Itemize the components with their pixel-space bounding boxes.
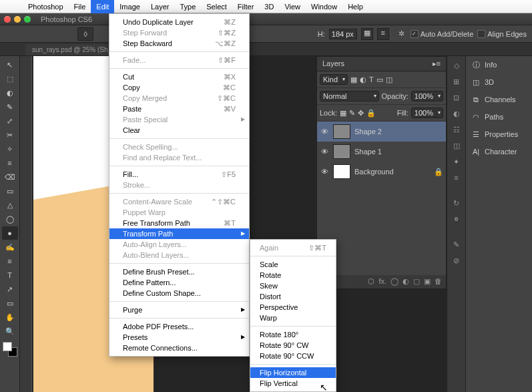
tool-button[interactable]: ≡ (2, 254, 18, 268)
link-layers-icon[interactable]: ⬡ (368, 277, 374, 286)
panel-tab[interactable]: ⧉Channels (466, 91, 532, 108)
tool-button[interactable]: ↖ (2, 58, 18, 71)
mini-panel-icon[interactable]: ⊞ (450, 75, 463, 88)
menu-item[interactable]: Presets (109, 332, 249, 343)
fill-opacity-input[interactable]: 100% (411, 108, 443, 118)
tool-button[interactable]: ◐ (2, 86, 18, 100)
menu-item[interactable]: Transform Path (109, 228, 249, 239)
menu-item[interactable]: Clear (109, 125, 249, 136)
layer-row[interactable]: 👁Shape 1 (317, 142, 446, 162)
submenu-item[interactable]: Rotate (250, 270, 336, 280)
menu-item[interactable]: Fill...⇧F5 (109, 169, 249, 180)
tool-button[interactable]: ▭ (2, 297, 18, 310)
group-icon[interactable]: ▢ (413, 277, 420, 286)
visibility-icon[interactable]: 👁 (320, 168, 329, 176)
filter-shape-icon[interactable]: ▭ (376, 75, 383, 84)
tool-button[interactable]: ≡ (2, 156, 18, 170)
submenu-item[interactable]: Distort (250, 291, 336, 302)
menu-layer[interactable]: Layer (146, 0, 175, 13)
apple-menu[interactable] (5, 0, 16, 13)
mini-panel-icon[interactable]: ⊘ (450, 254, 463, 267)
menu-item[interactable]: Copy⌘C (109, 82, 249, 93)
tool-button[interactable]: ✋ (2, 311, 18, 324)
minimize-window-button[interactable] (14, 16, 21, 23)
tool-button[interactable]: ✧ (2, 142, 18, 156)
tool-button[interactable]: ⬚ (2, 72, 18, 85)
mini-panel-icon[interactable]: ◇ (450, 59, 463, 72)
opacity-input[interactable]: 100% (411, 91, 443, 102)
layer-thumbnail[interactable] (333, 144, 350, 159)
menu-item[interactable]: Paste⌘V (109, 104, 249, 114)
panel-tab[interactable]: ⓘInfo (466, 56, 532, 73)
lock-position-icon[interactable]: ✥ (358, 109, 364, 118)
menu-item[interactable]: Cut⌘X (109, 71, 249, 82)
close-window-button[interactable] (4, 16, 11, 23)
menu-item[interactable]: Define Pattern... (109, 277, 249, 288)
menu-item[interactable]: Undo Duplicate Layer⌘Z (109, 17, 249, 27)
submenu-item[interactable]: Flip Vertical (250, 378, 336, 389)
adjustment-layer-icon[interactable]: ◐ (403, 277, 409, 286)
menu-item[interactable]: Remote Connections... (109, 343, 249, 353)
submenu-item[interactable]: Warp (250, 313, 336, 323)
align-icon[interactable]: ▦ (361, 28, 373, 40)
panel-menu-icon[interactable]: ▸≡ (433, 59, 441, 68)
layer-mask-icon[interactable]: ◯ (390, 277, 398, 286)
menu-view[interactable]: View (279, 0, 306, 13)
mini-panel-icon[interactable]: ◫ (450, 139, 463, 152)
menu-filter[interactable]: Filter (232, 0, 259, 13)
layer-filter-select[interactable]: Kind (320, 74, 348, 85)
tool-button[interactable]: ⤢ (2, 114, 18, 128)
gear-icon[interactable]: ✲ (397, 29, 407, 39)
menu-item[interactable]: Step Backward⌥⌘Z (109, 38, 249, 49)
menu-item[interactable]: Free Transform Path⌘T (109, 218, 249, 228)
mini-panel-icon[interactable]: ≡ (450, 171, 463, 184)
layer-thumbnail[interactable] (333, 124, 350, 139)
tool-button[interactable]: T (2, 268, 18, 282)
tool-button[interactable]: ● (2, 226, 18, 240)
menu-help[interactable]: Help (342, 0, 368, 13)
layer-row[interactable]: 👁Shape 2 (317, 122, 446, 142)
lock-all-icon[interactable]: 🔒 (366, 109, 376, 118)
tool-preset-icon[interactable]: ◊ (77, 27, 93, 41)
layer-thumbnail[interactable] (333, 164, 350, 179)
menu-file[interactable]: File (69, 0, 91, 13)
menu-type[interactable]: Type (174, 0, 201, 13)
mini-panel-icon[interactable]: ◐ (450, 107, 463, 120)
mini-panel-icon[interactable]: ៙ (450, 212, 463, 226)
tool-button[interactable]: ✎ (2, 100, 18, 114)
new-layer-icon[interactable]: ▣ (424, 277, 431, 286)
visibility-icon[interactable]: 👁 (320, 128, 329, 136)
submenu-item[interactable]: Rotate 180° (250, 329, 336, 340)
submenu-item[interactable]: Rotate 90° CW (250, 340, 336, 351)
tool-button[interactable]: ⌫ (2, 170, 18, 184)
tool-button[interactable]: ◯ (2, 212, 18, 226)
lock-pixels-icon[interactable]: ✎ (349, 109, 355, 118)
panel-tab[interactable]: ◫3D (466, 73, 532, 91)
mini-panel-icon[interactable]: ⊡ (450, 91, 463, 104)
submenu-item[interactable]: Scale (250, 259, 336, 270)
tool-button[interactable]: ✍ (2, 240, 18, 254)
layer-style-icon[interactable]: fx. (378, 277, 386, 286)
submenu-item[interactable]: Skew (250, 280, 336, 291)
menu-3d[interactable]: 3D (259, 0, 279, 13)
menu-edit[interactable]: Edit (91, 0, 114, 13)
align-edges-checkbox[interactable]: Align Edges (477, 30, 527, 38)
filter-type-icon[interactable]: T (369, 75, 374, 83)
menu-item[interactable]: Adobe PDF Presets... (109, 321, 249, 332)
menu-window[interactable]: Window (306, 0, 342, 13)
color-swatches[interactable] (3, 342, 17, 357)
document-tab[interactable]: sun_rays.psd @ 25% (Sh (25, 44, 115, 55)
panel-tab[interactable]: ☰Properties (466, 126, 532, 143)
blend-mode-select[interactable]: Normal (320, 91, 379, 102)
tool-button[interactable]: ▭ (2, 184, 18, 198)
tool-button[interactable]: △ (2, 198, 18, 212)
mini-panel-icon[interactable]: ✎ (450, 238, 463, 251)
menu-item[interactable]: Purge (109, 305, 249, 315)
visibility-icon[interactable]: 👁 (320, 148, 329, 156)
height-input[interactable] (329, 29, 357, 39)
menu-image[interactable]: Image (114, 0, 146, 13)
tool-button[interactable]: ↗ (2, 282, 18, 296)
tool-button[interactable]: ✂ (2, 128, 18, 142)
panel-tab[interactable]: A|Character (466, 143, 532, 160)
mini-panel-icon[interactable]: ↻ (450, 196, 463, 210)
